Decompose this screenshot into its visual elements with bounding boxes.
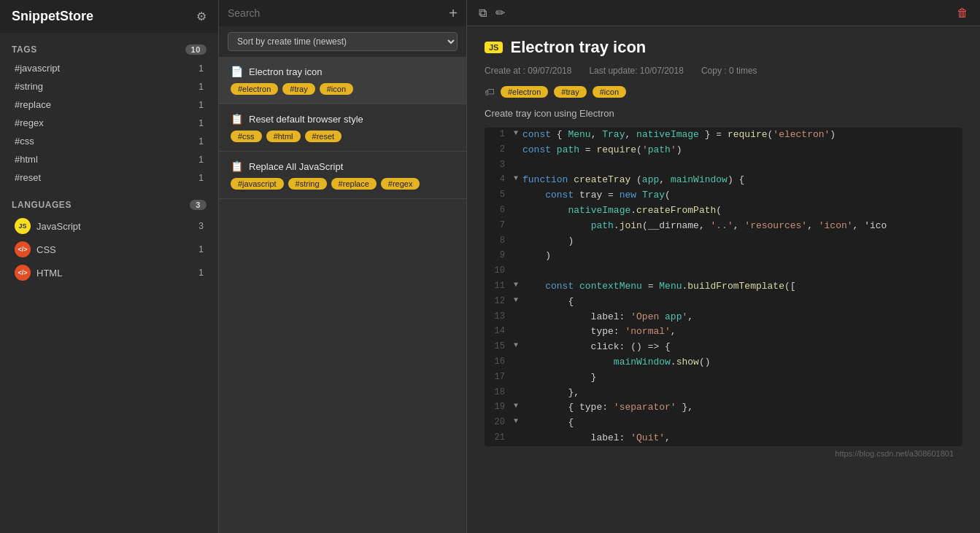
sidebar-item-javascript-lang[interactable]: JS JavaScript 3 xyxy=(12,214,207,238)
line-content: const contextMenu = Menu.buildFromTempla… xyxy=(522,279,962,295)
sort-select[interactable]: Sort by create time (newest) xyxy=(228,32,458,51)
sidebar: SnippetStore ⚙ TAGS 10 #javascript 1 #st… xyxy=(0,0,219,533)
code-line: 10 xyxy=(485,264,962,279)
js-icon: JS xyxy=(15,218,31,234)
code-table: 1 ▼ const { Menu, Tray, nativeImage } = … xyxy=(485,128,962,446)
tag-chip: #string xyxy=(288,178,327,190)
lang-name: CSS xyxy=(36,244,56,255)
snippet-card-reset-browser[interactable]: 📋 Reset default browser style #css #html… xyxy=(219,104,466,152)
tag-chip: #reset xyxy=(305,131,342,142)
search-input[interactable] xyxy=(228,7,443,19)
fold-indicator: ▼ xyxy=(514,400,522,416)
line-content: { xyxy=(522,295,962,310)
tag-chip: #html xyxy=(266,131,301,142)
line-number: 14 xyxy=(485,324,514,340)
snippet-lang-icon: 📄 xyxy=(231,66,243,77)
tag-chip: #regex xyxy=(381,178,420,190)
fold-indicator: ▼ xyxy=(514,279,522,295)
code-line: 17 } xyxy=(485,370,962,386)
snippet-card-title: Replace All JavaScript xyxy=(249,161,343,172)
snippet-card-title: Reset default browser style xyxy=(249,114,363,125)
line-content: }, xyxy=(522,386,962,401)
line-number: 8 xyxy=(485,234,514,249)
detail-tag-chip: #icon xyxy=(593,86,626,98)
snippet-list-panel: + Sort by create time (newest) 📄 Electro… xyxy=(219,0,467,533)
line-number: 4 xyxy=(485,173,514,188)
fold-indicator xyxy=(514,158,522,174)
line-content: const { Menu, Tray, nativeImage } = requ… xyxy=(522,128,962,143)
sidebar-item-regex[interactable]: #regex 1 xyxy=(12,114,207,132)
code-line: 12 ▼ { xyxy=(485,295,962,310)
code-line: 5 const tray = new Tray( xyxy=(485,188,962,203)
app-title: SnippetStore xyxy=(12,9,93,24)
code-line: 6 nativeImage.createFromPath( xyxy=(485,203,962,219)
lang-badge: JS xyxy=(485,42,503,53)
line-number: 16 xyxy=(485,355,514,370)
snippet-card-title: Electron tray icon xyxy=(249,66,322,77)
line-number: 15 xyxy=(485,340,514,355)
line-content: { type: 'separator' }, xyxy=(522,400,962,416)
add-snippet-button[interactable]: + xyxy=(449,6,458,20)
tag-chip: #tray xyxy=(282,83,315,95)
fold-indicator xyxy=(514,386,522,401)
line-number: 7 xyxy=(485,219,514,234)
sidebar-item-css-lang[interactable]: </> CSS 1 xyxy=(12,238,207,261)
line-content: nativeImage.createFromPath( xyxy=(522,203,962,219)
line-content: function createTray (app, mainWindow) { xyxy=(522,173,962,188)
tag-count: 1 xyxy=(198,82,204,92)
tag-name: #html xyxy=(15,154,38,165)
sidebar-item-css[interactable]: #css 1 xyxy=(12,132,207,150)
sidebar-item-reset[interactable]: #reset 1 xyxy=(12,168,207,187)
settings-button[interactable]: ⚙ xyxy=(196,9,207,23)
code-line: 19 ▼ { type: 'separator' }, xyxy=(485,400,962,416)
code-line: 4 ▼ function createTray (app, mainWindow… xyxy=(485,173,962,188)
last-update: Last update: 10/07/2018 xyxy=(589,66,683,76)
fold-indicator: ▼ xyxy=(514,340,522,355)
snippet-card-replace-js[interactable]: 📋 Replace All JavaScript #javascript #st… xyxy=(219,152,466,199)
code-line: 7 path.join(__dirname, '..', 'resources'… xyxy=(485,219,962,234)
fold-indicator xyxy=(514,143,522,158)
tag-count: 1 xyxy=(198,100,204,110)
snippet-view-title: JS Electron tray icon xyxy=(485,38,962,57)
snippet-detail-view: JS Electron tray icon Create at : 09/07/… xyxy=(467,26,980,533)
code-line: 9 ) xyxy=(485,249,962,264)
css-icon: </> xyxy=(15,241,31,257)
line-number: 12 xyxy=(485,295,514,310)
sidebar-item-javascript[interactable]: #javascript 1 xyxy=(12,59,207,77)
fold-indicator xyxy=(514,370,522,386)
line-number: 11 xyxy=(485,279,514,295)
line-number: 17 xyxy=(485,370,514,386)
sidebar-item-string[interactable]: #string 1 xyxy=(12,77,207,96)
line-number: 19 xyxy=(485,400,514,416)
lang-count: 1 xyxy=(198,244,204,254)
tag-name: #string xyxy=(15,81,43,92)
line-content: } xyxy=(522,370,962,386)
copy-button[interactable]: ⧉ xyxy=(479,6,487,20)
lang-name: JavaScript xyxy=(36,221,81,232)
line-content: path.join(__dirname, '..', 'resources', … xyxy=(522,219,962,234)
sidebar-item-html-lang[interactable]: </> HTML 1 xyxy=(12,261,207,284)
snippet-card-electron-tray[interactable]: 📄 Electron tray icon #electron #tray #ic… xyxy=(219,57,466,104)
detail-tag-chip: #electron xyxy=(501,86,548,98)
edit-button[interactable]: ✏ xyxy=(495,6,505,20)
fold-indicator: ▼ xyxy=(514,295,522,310)
code-line: 2 const path = require('path') xyxy=(485,143,962,158)
line-number: 5 xyxy=(485,188,514,203)
snippet-description: Create tray icon using Electron xyxy=(485,108,962,119)
tag-chip: #replace xyxy=(331,178,377,190)
fold-indicator xyxy=(514,188,522,203)
lang-name: HTML xyxy=(36,268,62,279)
fold-indicator xyxy=(514,310,522,325)
code-line: 3 xyxy=(485,158,962,174)
line-content xyxy=(522,158,962,174)
delete-button[interactable]: 🗑 xyxy=(957,7,968,20)
tag-chip: #css xyxy=(231,131,262,142)
code-block[interactable]: 1 ▼ const { Menu, Tray, nativeImage } = … xyxy=(485,128,962,446)
sidebar-item-html[interactable]: #html 1 xyxy=(12,150,207,168)
line-content: ) xyxy=(522,234,962,249)
sidebar-item-replace[interactable]: #replace 1 xyxy=(12,96,207,114)
line-content: label: 'Quit', xyxy=(522,431,962,446)
tag-count: 1 xyxy=(198,63,204,74)
line-content: const path = require('path') xyxy=(522,143,962,158)
line-content: click: () => { xyxy=(522,340,962,355)
